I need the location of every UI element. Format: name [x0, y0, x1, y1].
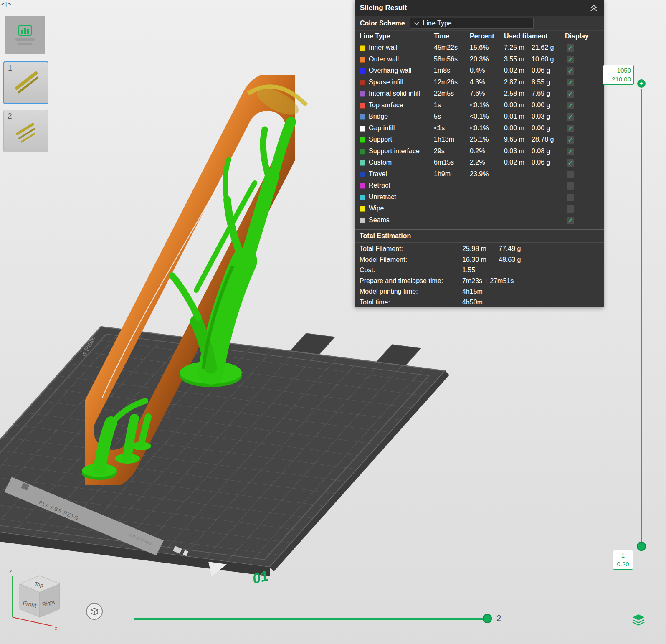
plate-2-thumbnail[interactable]: 2 — [3, 110, 48, 152]
display-checkbox[interactable] — [567, 217, 574, 224]
chevron-down-icon — [414, 22, 419, 25]
line-time: 22m5s — [434, 90, 454, 97]
plates-stats-tile[interactable] — [5, 16, 45, 54]
col-used-filament: Used filament — [504, 33, 548, 40]
total-estimation-title: Total Estimation — [355, 230, 604, 243]
collapse-panel-icon[interactable] — [589, 5, 598, 11]
slicing-result-panel: Slicing Result Color Scheme Line Type Li… — [355, 0, 604, 307]
display-checkbox[interactable] — [567, 79, 574, 86]
display-checkbox[interactable] — [567, 44, 574, 52]
display-checkbox[interactable] — [567, 194, 574, 201]
line-color-swatch — [360, 149, 365, 155]
line-filament-m: 7.25 m — [504, 44, 524, 51]
total-value-1: 25.98 m — [462, 245, 486, 253]
plate-1-thumbnail[interactable]: 1 — [3, 61, 48, 104]
layers-view-button[interactable] — [632, 614, 645, 627]
line-color-swatch — [360, 126, 365, 132]
line-color-swatch — [360, 195, 365, 200]
step-slider-handle[interactable] — [483, 614, 492, 623]
col-percent: Percent — [470, 33, 494, 40]
orientation-reset-button[interactable] — [86, 603, 103, 620]
step-slider-track[interactable] — [134, 618, 486, 620]
line-filament-m: 2.87 m — [504, 79, 524, 86]
stats-text-line — [18, 43, 32, 45]
line-filament-g: 7.69 g — [532, 90, 550, 97]
line-time: 1m8s — [434, 67, 450, 74]
layer-slider-max-label: 1050 210.00 — [603, 65, 634, 85]
layer-slider-track[interactable] — [641, 89, 642, 544]
total-estimation-rows: Total Filament:25.98 m77.49 gModel Filam… — [355, 244, 604, 308]
display-checkbox[interactable] — [567, 136, 574, 144]
total-row: Prepare and timelapse time:7m23s + 27m51… — [355, 276, 604, 287]
line-type-name: Bridge — [369, 113, 388, 120]
line-percent: 0.4% — [470, 67, 485, 74]
orientation-cube-icon — [90, 607, 99, 616]
nav-cube[interactable]: z x y Top Front Right — [9, 568, 60, 631]
line-filament-m: 2.58 m — [504, 90, 524, 97]
line-type-name: Unretract — [369, 193, 396, 201]
line-filament-g: 8.55 g — [532, 79, 550, 86]
total-label: Model printing time: — [360, 288, 418, 295]
line-type-name: Outer wall — [369, 56, 399, 63]
line-time: 29s — [434, 147, 445, 155]
line-time: 1s — [434, 101, 441, 109]
add-layer-range-button[interactable]: + — [637, 79, 646, 88]
line-percent: 7.6% — [470, 90, 485, 97]
display-checkbox[interactable] — [567, 205, 574, 213]
line-type-row: Unretract — [355, 192, 604, 204]
line-type-name: Support interface — [369, 147, 420, 155]
color-scheme-row: Color Scheme Line Type — [355, 16, 604, 31]
col-display: Display — [565, 33, 589, 40]
display-checkbox[interactable] — [567, 171, 574, 178]
step-slider-value: 2 — [496, 614, 501, 623]
line-filament-m: 0.01 m — [504, 113, 524, 120]
line-type-row: Support1h13m25.1%9.65 m28.78 g — [355, 134, 604, 146]
display-checkbox[interactable] — [567, 159, 574, 167]
total-estimation-section: Total Estimation Total Filament:25.98 m7… — [355, 229, 604, 308]
line-type-table-header: Line Type Time Percent Used filament Dis… — [355, 31, 604, 43]
line-percent: <0.1% — [470, 124, 489, 132]
total-row: Cost:1.55 — [355, 265, 604, 276]
line-color-swatch — [360, 80, 365, 86]
line-color-swatch — [360, 45, 365, 51]
line-type-name: Travel — [369, 170, 387, 178]
min-layer-value: 1 — [616, 551, 630, 560]
display-checkbox[interactable] — [567, 148, 574, 155]
line-type-name: Top surface — [369, 101, 403, 109]
display-checkbox[interactable] — [567, 125, 574, 132]
line-filament-g: 21.62 g — [532, 44, 554, 51]
line-time: 1h13m — [434, 136, 454, 143]
display-checkbox[interactable] — [567, 90, 574, 98]
layers-icon — [632, 614, 645, 626]
line-filament-g: 0.00 g — [532, 101, 550, 109]
line-type-name: Seams — [369, 216, 390, 224]
line-type-row: Top surface1s<0.1%0.00 m0.00 g — [355, 100, 604, 112]
stats-text-line — [15, 38, 35, 41]
line-filament-m: 0.00 m — [504, 124, 524, 132]
display-checkbox[interactable] — [567, 56, 574, 63]
layer-slider-min-label: 1 0.20 — [613, 550, 633, 570]
display-checkbox[interactable] — [567, 102, 574, 109]
line-type-row: Retract — [355, 180, 604, 192]
line-type-row: Travel1h9m23.9% — [355, 169, 604, 181]
color-scheme-value: Line Type — [423, 20, 452, 27]
line-type-row: Internal solid infill22m5s7.6%2.58 m7.69… — [355, 89, 604, 100]
line-time: 5s — [434, 113, 441, 120]
layer-slider-handle[interactable] — [637, 542, 646, 551]
color-scheme-dropdown[interactable]: Line Type — [410, 18, 534, 29]
sidebar-toggle-icon[interactable]: <|> — [1, 1, 11, 7]
line-filament-m: 9.65 m — [504, 136, 524, 143]
line-time: 1h9m — [434, 170, 451, 178]
total-value-1: 16.30 m — [462, 256, 486, 264]
total-value-1: 1.55 — [462, 266, 475, 274]
line-color-swatch — [360, 103, 365, 109]
total-value-1: 7m23s + 27m51s — [462, 277, 514, 285]
total-row: Model Filament:16.30 m48.63 g — [355, 255, 604, 266]
line-filament-g: 0.06 g — [532, 159, 550, 166]
display-checkbox[interactable] — [567, 67, 574, 75]
line-color-swatch — [360, 137, 365, 143]
line-filament-m: 0.00 m — [504, 101, 524, 109]
display-checkbox[interactable] — [567, 182, 574, 190]
total-value-2: 77.49 g — [499, 245, 521, 253]
display-checkbox[interactable] — [567, 113, 574, 121]
